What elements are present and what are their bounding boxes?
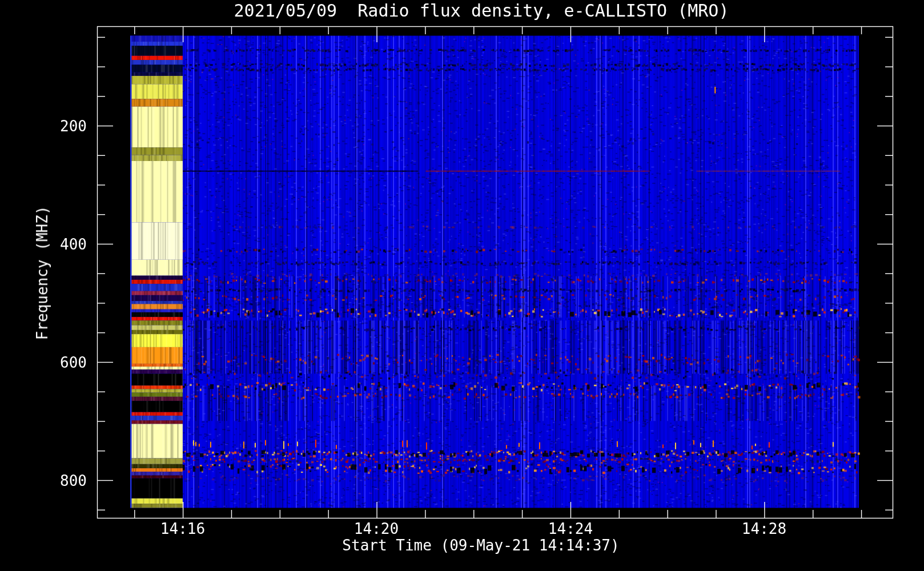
- chart-title: 2021/05/09 Radio flux density, e-CALLIST…: [234, 1, 729, 21]
- spectrogram-canvas: [0, 0, 924, 571]
- y-tick-label-800: 800: [43, 472, 87, 489]
- y-tick-label-400: 400: [43, 236, 87, 253]
- spectrogram-figure: 2021/05/09 Radio flux density, e-CALLIST…: [0, 0, 924, 571]
- x-tick-label-1420: 14:20: [336, 520, 416, 537]
- x-axis-label: Start Time (09-May-21 14:14:37): [342, 537, 619, 554]
- y-tick-label-600: 600: [43, 354, 87, 371]
- x-tick-label-1424: 14:24: [531, 520, 610, 537]
- x-tick-label-1428: 14:28: [724, 520, 804, 537]
- x-tick-label-1416: 14:16: [143, 520, 223, 537]
- y-tick-label-200: 200: [43, 118, 87, 135]
- y-axis-label: Frequency (MHZ): [34, 206, 51, 340]
